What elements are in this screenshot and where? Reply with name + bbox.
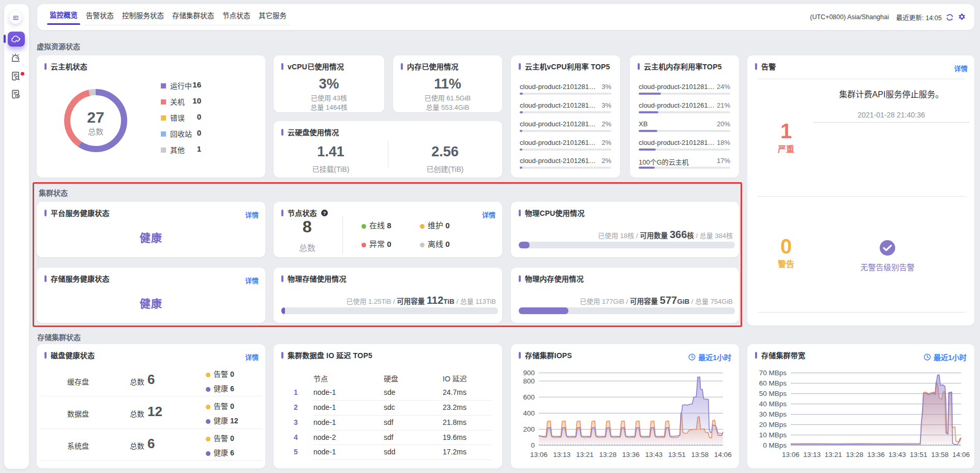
svg-text:13:21: 13:21 [576, 451, 594, 459]
svg-text:900: 900 [523, 369, 535, 377]
svg-text:13:43: 13:43 [888, 451, 906, 459]
svg-text:13:51: 13:51 [910, 451, 927, 459]
svg-text:13:58: 13:58 [931, 451, 949, 459]
svg-text:10 MBps: 10 MBps [759, 431, 787, 439]
svg-text:200: 200 [523, 425, 535, 433]
svg-text:20 MBps: 20 MBps [759, 421, 787, 428]
svg-text:13:43: 13:43 [645, 451, 663, 459]
svg-text:13:06: 13:06 [530, 451, 548, 459]
svg-text:13:36: 13:36 [622, 451, 640, 459]
svg-text:14:06: 14:06 [953, 451, 970, 459]
svg-text:40 MBps: 40 MBps [759, 400, 787, 408]
svg-text:70 MBps: 70 MBps [759, 369, 787, 377]
svg-text:14:06: 14:06 [714, 451, 732, 459]
svg-text:13:51: 13:51 [668, 451, 686, 459]
svg-text:0 MBps: 0 MBps [763, 441, 787, 449]
svg-text:13:06: 13:06 [782, 451, 800, 459]
svg-text:600: 600 [523, 393, 535, 401]
svg-text:13:13: 13:13 [803, 451, 821, 459]
svg-text:13:36: 13:36 [867, 451, 885, 459]
svg-text:?: ? [323, 210, 326, 215]
svg-text:13:58: 13:58 [691, 451, 709, 459]
svg-text:13:21: 13:21 [825, 451, 842, 459]
svg-text:13:28: 13:28 [846, 451, 864, 459]
svg-text:0: 0 [531, 441, 535, 449]
svg-text:400: 400 [523, 409, 535, 417]
svg-text:800: 800 [523, 377, 535, 385]
svg-text:30 MBps: 30 MBps [759, 410, 787, 418]
svg-text:60 MBps: 60 MBps [759, 379, 787, 387]
svg-text:13:28: 13:28 [599, 451, 617, 459]
svg-text:13:13: 13:13 [553, 451, 571, 459]
svg-text:50 MBps: 50 MBps [759, 390, 787, 397]
